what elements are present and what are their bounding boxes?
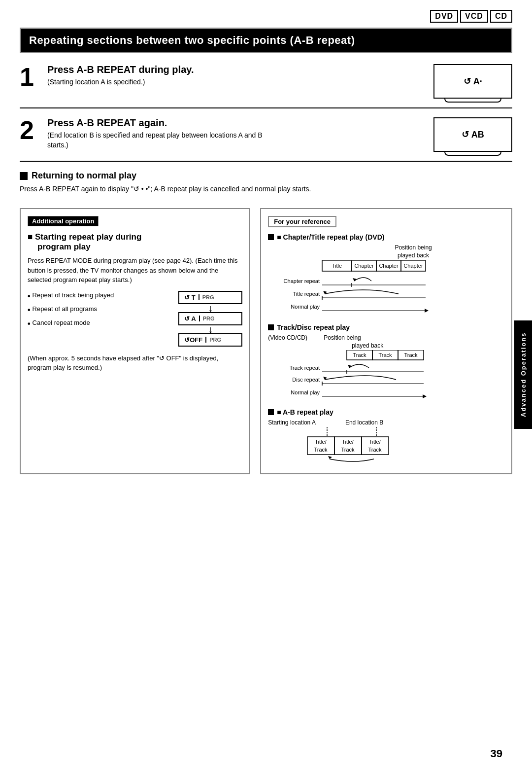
track-disc-subheading: (Video CD/CD) Position being bbox=[268, 334, 504, 341]
svg-text:Title repeat: Title repeat bbox=[293, 291, 320, 297]
svg-text:Title/: Title/ bbox=[369, 439, 381, 445]
step1-section: 1 Press A-B REPEAT during play. (Startin… bbox=[20, 64, 512, 108]
ab-repeat-section: ■ A-B repeat play Starting location A En… bbox=[268, 408, 504, 466]
svg-text:Track: Track bbox=[314, 447, 328, 453]
returning-text: Press A-B REPEAT again to display "↺ • •… bbox=[20, 184, 512, 194]
track-diagram-svg: Track Track Track Track repeat Disc repe… bbox=[273, 350, 431, 399]
svg-text:Track: Track bbox=[379, 352, 393, 358]
arrow-down-2: ↓ bbox=[178, 324, 242, 334]
svg-text:Title/: Title/ bbox=[315, 439, 327, 445]
track-disc-subheading-text: (Video CD/CD) bbox=[268, 334, 307, 341]
chapter-title-section: ■ Chapter/Title repeat play (DVD) Positi… bbox=[268, 233, 504, 315]
chapter-position-label: Position beingplayed back bbox=[322, 244, 504, 259]
step1-desc: (Starting location A is specified.) bbox=[47, 77, 284, 87]
step2-display-text: ↺ AB bbox=[462, 129, 484, 140]
track-square-icon bbox=[268, 324, 274, 330]
step1-display: ↺ A· bbox=[433, 64, 512, 99]
step2-section: 2 Press A-B REPEAT again. (End location … bbox=[20, 117, 512, 162]
returning-heading-text: Returning to normal play bbox=[32, 171, 136, 181]
track-position-label: Position being bbox=[324, 334, 361, 341]
svg-text:Track repeat: Track repeat bbox=[290, 365, 320, 371]
svg-text:Track: Track bbox=[404, 352, 418, 358]
bullet-2: • Repeat of all programs bbox=[28, 305, 173, 316]
disp-btn-1-seg: PRG bbox=[199, 294, 214, 300]
svg-text:Disc repeat: Disc repeat bbox=[293, 377, 320, 383]
step2-title: Press A-B REPEAT again. bbox=[47, 117, 414, 129]
track-disc-section: Track/Disc repeat play (Video CD/CD) Pos… bbox=[268, 323, 504, 399]
left-panel-label: Additional operation bbox=[28, 216, 99, 226]
normal-play-section: Returning to normal play Press A-B REPEA… bbox=[20, 171, 512, 194]
right-panel: For your reference ■ Chapter/Title repea… bbox=[260, 208, 512, 474]
ab-repeat-heading-text: ■ A-B repeat play bbox=[277, 408, 333, 416]
disp-btn-2-seg: PRG bbox=[199, 316, 215, 321]
right-panel-label: For your reference bbox=[268, 216, 336, 227]
chapter-title-heading: ■ Chapter/Title repeat play (DVD) bbox=[268, 233, 504, 241]
svg-text:Normal play: Normal play bbox=[291, 389, 320, 395]
step1-display-text: ↺ A· bbox=[464, 76, 482, 87]
track-disc-heading-text: Track/Disc repeat play bbox=[277, 323, 350, 331]
chapter-diagram-svg: Title Chapter Chapter Chapter Chapter re… bbox=[273, 260, 431, 315]
chapter-square-icon bbox=[268, 234, 274, 240]
arrow-down-1: ↓ bbox=[178, 303, 242, 313]
ab-location-labels: Starting location A End location B bbox=[268, 419, 504, 426]
title-banner: Repeating sections between two specific … bbox=[20, 28, 512, 53]
svg-marker-18 bbox=[425, 309, 429, 313]
svg-text:Track: Track bbox=[353, 352, 367, 358]
advanced-operations-tab: Advanced Operations bbox=[514, 320, 532, 429]
disp-btn-1-text: ↺ T bbox=[184, 294, 196, 301]
returning-heading: Returning to normal play bbox=[20, 171, 512, 181]
svg-text:Track: Track bbox=[368, 447, 382, 453]
chapter-title-heading-text: ■ Chapter/Title repeat play (DVD) bbox=[277, 233, 384, 241]
dvd-badge: DVD bbox=[430, 10, 458, 23]
svg-text:Track: Track bbox=[341, 447, 355, 453]
track-disc-heading: Track/Disc repeat play bbox=[268, 323, 504, 331]
disp-btn-1: ↺ T PRG bbox=[178, 291, 242, 304]
left-panel-body: Press REPEAT MODE during program play (s… bbox=[28, 256, 242, 285]
bullet-3: • Cancel repeat mode bbox=[28, 318, 173, 329]
step1-number: 1 bbox=[20, 64, 38, 90]
step2-display: ↺ AB bbox=[433, 117, 512, 152]
svg-text:Chapter: Chapter bbox=[404, 263, 423, 269]
ab-diagram-svg: Title/ Track Title/ Track Title/ Track bbox=[273, 427, 431, 466]
format-badges: DVD VCD CD bbox=[20, 10, 512, 23]
step2-number: 2 bbox=[20, 117, 38, 143]
vcd-badge: VCD bbox=[460, 10, 488, 23]
title-banner-text: Repeating sections between two specific … bbox=[29, 34, 355, 46]
svg-text:Normal play: Normal play bbox=[291, 304, 320, 310]
ab-location-a: Starting location A bbox=[268, 419, 316, 426]
svg-text:Chapter: Chapter bbox=[355, 263, 374, 269]
step2-desc: (End location B is specified and repeat … bbox=[47, 131, 284, 150]
page-number: 39 bbox=[491, 747, 502, 760]
step2-content: Press A-B REPEAT again. (End location B … bbox=[47, 117, 414, 150]
svg-marker-47 bbox=[328, 456, 332, 459]
two-col-layout: Additional operation ■ Starting repeat p… bbox=[20, 208, 512, 474]
ab-repeat-heading: ■ A-B repeat play bbox=[268, 408, 504, 416]
left-panel-title: ■ Starting repeat play during program pl… bbox=[28, 232, 242, 252]
track-played-back: played back bbox=[352, 342, 504, 349]
bullet-1: • Repeat of track being played bbox=[28, 291, 173, 302]
display-buttons: ↺ T PRG ↓ ↺ A PRG ↓ ↺OFF PRG bbox=[178, 291, 242, 347]
disp-btn-3: ↺OFF PRG bbox=[178, 333, 242, 347]
disp-btn-2: ↺ A PRG bbox=[178, 312, 242, 325]
svg-text:Title/: Title/ bbox=[342, 439, 354, 445]
left-panel-title-line1: ■ Starting repeat play during bbox=[28, 232, 141, 242]
bullet-1-text: Repeat of track being played bbox=[33, 291, 114, 300]
left-panel-footer: (When approx. 5 seconds have elapsed aft… bbox=[28, 353, 242, 373]
svg-text:Title: Title bbox=[332, 263, 342, 269]
bullet-list: • Repeat of track being played • Repeat … bbox=[28, 291, 173, 333]
bullet-2-text: Repeat of all programs bbox=[33, 305, 98, 314]
svg-text:Chapter: Chapter bbox=[379, 263, 399, 269]
step1-content: Press A-B REPEAT during play. (Starting … bbox=[47, 64, 414, 87]
left-panel-bullets-buttons: • Repeat of track being played • Repeat … bbox=[28, 291, 242, 347]
svg-marker-35 bbox=[423, 394, 427, 398]
svg-text:Chapter repeat: Chapter repeat bbox=[284, 278, 320, 284]
ab-location-b: End location B bbox=[345, 419, 383, 426]
black-square-icon bbox=[20, 172, 28, 180]
disp-btn-2-text: ↺ A bbox=[184, 315, 196, 322]
left-panel: Additional operation ■ Starting repeat p… bbox=[20, 208, 250, 474]
step1-title: Press A-B REPEAT during play. bbox=[47, 64, 414, 75]
disp-btn-3-text: ↺OFF bbox=[184, 336, 202, 344]
ab-square-icon bbox=[268, 409, 274, 415]
disp-btn-3-seg: PRG bbox=[205, 337, 221, 343]
cd-badge: CD bbox=[490, 10, 512, 23]
